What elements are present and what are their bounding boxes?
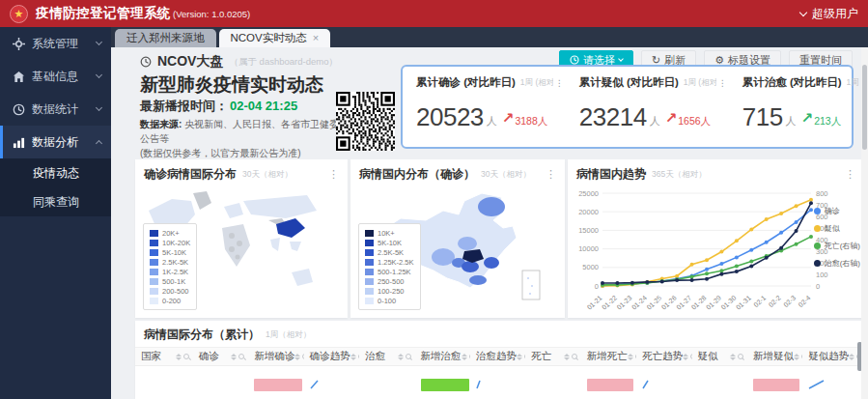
column-header-8[interactable]: 死亡 — [525, 350, 580, 363]
sidebar-subitem-co-travel-query[interactable]: 同乘查询 — [0, 187, 111, 216]
legend-label: 10K+ — [378, 229, 395, 238]
sort-icon[interactable] — [231, 354, 237, 360]
kebab-menu-icon[interactable]: ⋮ — [718, 78, 727, 88]
sidebar-item-basic-info[interactable]: 基础信息 — [0, 60, 111, 93]
search-icon[interactable] — [302, 354, 303, 359]
legend-label: 确诊 — [825, 206, 840, 216]
column-header-13[interactable]: 疑似趋势 — [802, 350, 857, 363]
legend-item[interactable]: 疑似 — [814, 223, 860, 234]
trend-chart-legend: 确诊疑似死亡(右轴)治愈(右轴) — [814, 206, 860, 269]
search-icon[interactable] — [635, 354, 636, 359]
search-icon[interactable] — [801, 354, 802, 359]
column-label: 确诊趋势 — [310, 350, 350, 363]
sidebar-subitem-epidemic-dynamics[interactable]: 疫情动态 — [0, 158, 111, 187]
page-scrollbar[interactable] — [861, 47, 868, 399]
column-header-4[interactable]: 确诊趋势 — [304, 350, 359, 363]
column-label: 死亡 — [531, 350, 551, 363]
table-cell — [581, 379, 636, 391]
column-header-11[interactable]: 疑似 — [692, 350, 747, 363]
panel-range: 30天（相对） — [481, 169, 531, 181]
column-label: 治愈趋势 — [476, 350, 517, 363]
sort-icon[interactable] — [628, 354, 633, 360]
column-label: 治愈 — [365, 350, 385, 363]
column-header-2[interactable]: 确诊 — [193, 350, 248, 363]
legend-swatch — [365, 298, 374, 304]
legend-label: 500-1K — [162, 277, 185, 286]
search-icon[interactable] — [406, 354, 411, 359]
column-header-7[interactable]: 治愈趋势 — [470, 350, 525, 363]
sidebar-item-label: 系统管理 — [32, 36, 97, 52]
sort-icon[interactable] — [564, 354, 570, 360]
close-icon[interactable]: × — [313, 33, 319, 43]
trend-sparkline — [476, 380, 482, 389]
table-row[interactable] — [135, 366, 864, 399]
stat-value: 715 — [742, 102, 783, 132]
legend-label: 5K-10K — [162, 248, 186, 257]
tab-zhengzhou-origin[interactable]: 迁入郑州来源地 — [115, 29, 216, 47]
legend-swatch — [365, 240, 374, 246]
column-header-3[interactable]: 新增确诊 — [248, 350, 303, 363]
svg-text:01-29: 01-29 — [705, 294, 722, 310]
legend-label: 2.5K-5K — [162, 258, 188, 267]
sort-icon[interactable] — [794, 354, 799, 360]
sort-icon[interactable] — [350, 354, 356, 360]
sort-icon[interactable] — [294, 354, 300, 360]
kebab-menu-icon[interactable]: ⋮ — [845, 168, 855, 181]
sort-icon[interactable] — [398, 354, 404, 360]
column-label: 疑似 — [698, 350, 718, 363]
trend-up-icon: ↗ — [665, 110, 678, 125]
legend-item[interactable]: 确诊 — [814, 206, 860, 216]
sort-icon[interactable] — [683, 354, 688, 360]
legend-item[interactable]: 死亡(右轴) — [814, 241, 860, 251]
column-header-12[interactable]: 新增疑似 — [747, 350, 802, 363]
search-icon[interactable] — [738, 354, 743, 359]
legend-item[interactable]: 治愈(右轴) — [814, 258, 860, 269]
stat-range: 1周 (相对) — [520, 77, 553, 89]
search-icon[interactable] — [572, 354, 577, 359]
column-header-5[interactable]: 治愈 — [359, 350, 414, 363]
sidebar-item-data-stats[interactable]: 数据统计 — [0, 93, 111, 126]
search-icon[interactable] — [238, 354, 244, 359]
chevron-down-icon — [96, 104, 102, 111]
username: 超级用户 — [812, 6, 858, 22]
svg-text:10000: 10000 — [578, 244, 599, 253]
legend-swatch — [150, 278, 158, 285]
search-icon[interactable] — [524, 354, 525, 359]
kebab-menu-icon[interactable]: ⋮ — [328, 168, 339, 181]
column-header-1[interactable]: 国家 — [135, 350, 193, 363]
broadcast-label: 最新播报时间： — [140, 99, 228, 113]
column-header-6[interactable]: 新增治愈 — [415, 350, 470, 363]
column-header-9[interactable]: 新增死亡 — [581, 350, 636, 363]
sort-icon[interactable] — [462, 354, 467, 360]
sort-icon[interactable] — [176, 354, 182, 360]
sidebar-item-system[interactable]: 系统管理 — [0, 27, 111, 60]
world-map-legend: 20K+10K-20K5K-10K2.5K-5K1K-2.5K500-1K200… — [143, 223, 197, 310]
panel-range: 30天（相对） — [242, 169, 293, 181]
sidebar-item-label: 数据统计 — [32, 101, 97, 118]
sidebar-submenu: 疫情动态 同乘查询 — [0, 158, 111, 216]
column-label: 新增确诊 — [254, 350, 294, 363]
search-icon[interactable] — [183, 354, 189, 359]
sort-icon[interactable] — [517, 354, 522, 360]
search-icon[interactable] — [690, 354, 691, 359]
app-title: 疫情防控登记管理系统 — [36, 5, 171, 22]
sidebar-item-label: 基础信息 — [32, 69, 97, 85]
table-cell — [802, 380, 857, 389]
column-label: 新增死亡 — [587, 350, 628, 363]
search-icon[interactable] — [469, 354, 470, 359]
legend-label: 100-250 — [378, 287, 405, 296]
column-header-10[interactable]: 死亡趋势 — [636, 350, 691, 363]
stat-range: 1周 (相对) — [684, 77, 716, 89]
sort-icon[interactable] — [730, 354, 736, 360]
sort-icon[interactable] — [849, 354, 854, 360]
kebab-menu-icon[interactable]: ⋮ — [555, 78, 564, 88]
legend-dot — [814, 242, 821, 249]
tab-ncov-realtime[interactable]: NCOV实时动态 × — [219, 29, 331, 47]
search-icon[interactable] — [358, 354, 359, 359]
desc-source-label: 数据来源: — [140, 119, 182, 129]
legend-row: 200-500 — [150, 286, 190, 296]
kebab-menu-icon[interactable]: ⋮ — [546, 168, 556, 181]
sidebar-item-data-analysis[interactable]: 数据分析 — [0, 126, 111, 158]
column-label: 新增治愈 — [421, 350, 462, 363]
user-menu[interactable]: 超级用户 — [800, 6, 858, 22]
